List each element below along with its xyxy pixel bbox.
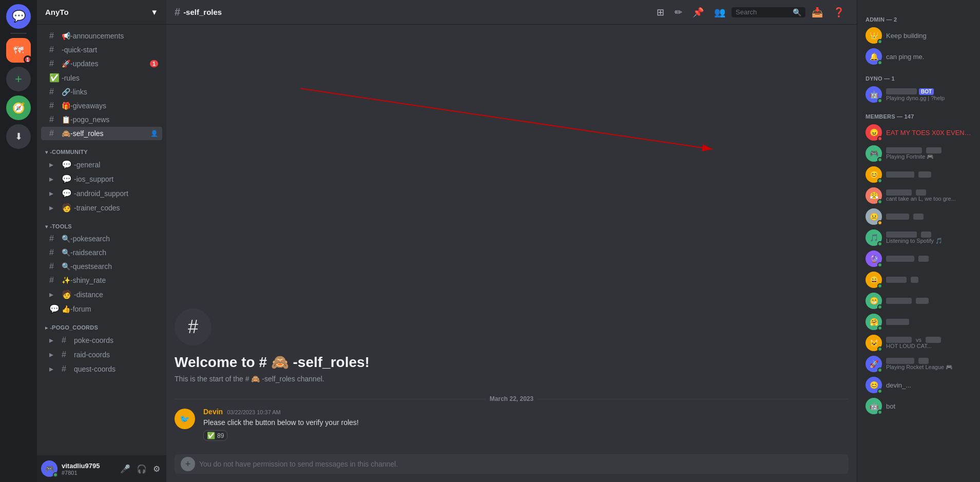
threads-button[interactable]: ⊞ [652, 5, 668, 20]
pin-button[interactable]: 📌 [688, 5, 708, 20]
member-item[interactable]: 🐱 vs HOT LOUD CAT... [861, 333, 976, 353]
channel-item-shiny-rate[interactable]: # ✨-shiny_rate [41, 274, 162, 287]
user-info: vitadliu9795 #7801 [62, 462, 114, 476]
hash-icon: # [49, 276, 59, 285]
channel-item-links[interactable]: # 🔗-links [41, 85, 162, 99]
user-controls: 🎤 🎧 ⚙ [118, 462, 162, 476]
member-item[interactable]: 😐 [861, 206, 976, 227]
user-status-dot [53, 472, 58, 477]
search-input[interactable] [736, 8, 790, 16]
member-avatar: 😊 [866, 166, 882, 183]
hash-icon: # [62, 336, 71, 345]
channel-item-distance[interactable]: ▸ 🧑 -distance [41, 287, 162, 301]
help-button[interactable]: ❓ [829, 5, 849, 20]
member-item[interactable]: 🎮 Playing Fortnite 🎮 [861, 143, 976, 164]
member-item[interactable]: 😤 cant take an L, we too gre... [861, 185, 976, 206]
member-avatar: 🐱 [866, 335, 882, 351]
member-item[interactable]: 😠 EAT MY TOES X0X EVENTS [861, 122, 976, 143]
member-item-bot[interactable]: 🤖 bot [861, 396, 976, 416]
channel-title: -self_roles [183, 8, 222, 16]
channel-item-pogo-news[interactable]: # 📋-pogo_news [41, 113, 162, 126]
member-item-admin2[interactable]: 🔔 can ping me. [861, 46, 976, 67]
member-item[interactable]: 😊 [861, 164, 976, 185]
channel-item-raid-coords[interactable]: ▸ # raid-coords [41, 348, 162, 361]
channel-item-forum[interactable]: 💬 👍-forum [41, 302, 162, 316]
channel-item-rules[interactable]: ✅ -rules [41, 71, 162, 85]
category-tools[interactable]: ▾ -TOOLS [37, 215, 166, 232]
server-icon-add[interactable]: + [6, 67, 31, 91]
members-sidebar: ADMIN — 2 👑 Keep building 🔔 can ping me.… [857, 0, 980, 482]
message-reaction[interactable]: ✅ 89 [203, 430, 227, 441]
chat-input: + [175, 454, 849, 474]
category-pogo-coords[interactable]: ▸ -POGO_COORDS [37, 316, 166, 333]
channel-item-updates[interactable]: # 🚀-updates 1 [41, 57, 162, 70]
channel-label: 👍-forum [62, 305, 91, 313]
server-notification-badge: 1 [24, 55, 32, 64]
message-input[interactable] [199, 454, 842, 474]
category-community[interactable]: ▾ -COMMUNITY [37, 141, 166, 157]
discord-home-button[interactable]: 💬 [6, 4, 31, 29]
channel-label: -distance [74, 291, 103, 299]
member-info: can ping me. [886, 53, 972, 61]
member-item[interactable]: 🤗 [861, 312, 976, 332]
search-bar[interactable]: 🔍 [732, 7, 805, 17]
member-avatar: 😐 [866, 208, 882, 225]
member-category-dyno: DYNO — 1 [857, 67, 980, 84]
member-name-blurred [886, 337, 912, 343]
mute-button[interactable]: 🎤 [118, 462, 132, 476]
channel-item-pokesearch[interactable]: # 🔍-pokesearch [41, 232, 162, 245]
channel-item-android-support[interactable]: ▸ 💬 -android_support [41, 186, 162, 200]
member-name-blurred [913, 214, 924, 220]
member-item[interactable]: 😁 [861, 291, 976, 311]
channel-item-announcements[interactable]: # 📢-announcements [41, 29, 162, 43]
member-name: bot [886, 402, 972, 410]
channel-item-poke-coords[interactable]: ▸ # poke-coords [41, 333, 162, 347]
member-name-row [886, 214, 972, 220]
updates-badge: 1 [150, 60, 158, 67]
server-name: AnyTo [45, 8, 69, 16]
channel-item-self-roles[interactable]: # 🙈-self_roles 👤 [41, 127, 162, 140]
member-info: Playing Fortnite 🎮 [886, 147, 972, 160]
channel-item-raidsearch[interactable]: # 🔍-raidsearch [41, 246, 162, 259]
server-icon-anyto[interactable]: 🗺 1 [6, 38, 31, 63]
member-status-dot [877, 346, 882, 352]
member-item[interactable]: 😄 [861, 269, 976, 290]
channel-item-quest-coords[interactable]: ▸ # quest-coords [41, 362, 162, 376]
channel-item-questsearch[interactable]: # 🔍-questsearch [41, 260, 162, 273]
edit-button[interactable]: ✏ [670, 5, 686, 20]
channel-item-giveaways[interactable]: # 🎁-giveaways [41, 99, 162, 112]
channel-item-trainer-codes[interactable]: ▸ 🧑 -trainer_codes [41, 201, 162, 215]
member-name-row: vs [886, 337, 972, 343]
server-icon-download[interactable]: ⬇ [6, 124, 31, 149]
hash-icon: 💬 [62, 160, 71, 169]
member-item[interactable]: 🔮 [861, 248, 976, 269]
member-status-dot [877, 98, 882, 103]
member-item-dyno[interactable]: 🤖 BOT Playing dyno.gg | ?help [861, 84, 976, 105]
attach-button[interactable]: + [181, 457, 195, 471]
member-info [886, 277, 972, 283]
member-info: BOT Playing dyno.gg | ?help [886, 88, 972, 101]
member-item-admin1[interactable]: 👑 Keep building [861, 25, 976, 46]
server-header[interactable]: AnyTo ▼ [37, 0, 166, 25]
member-info [886, 298, 972, 304]
hash-icon: # [62, 364, 71, 374]
server-icon-explore[interactable]: 🧭 [6, 95, 31, 120]
member-avatar: 👑 [866, 27, 882, 44]
user-discriminator: #7801 [62, 470, 114, 476]
category-label: -TOOLS [50, 223, 72, 229]
channel-item-ios-support[interactable]: ▸ 💬 -ios_support [41, 172, 162, 186]
channel-item-general[interactable]: ▸ 💬 -general [41, 158, 162, 171]
member-item[interactable]: 🎵 Listening to Spotify 🎵 [861, 227, 976, 248]
channel-label: -ios_support [74, 175, 113, 183]
settings-button[interactable]: ⚙ [151, 462, 162, 476]
deafen-button[interactable]: 🎧 [134, 462, 149, 476]
member-item-devin[interactable]: 😊 devin_... [861, 375, 976, 395]
channel-item-quickstart[interactable]: # -quick-start [41, 43, 162, 56]
inbox-button[interactable]: 📥 [808, 5, 827, 20]
member-item-rocket-league[interactable]: 🚀 Playing Rocket League 🎮 [861, 354, 976, 374]
member-avatar: 🚀 [866, 356, 882, 372]
member-name-row [886, 232, 972, 238]
member-category-members: MEMBERS — 147 [857, 105, 980, 122]
channel-label: 🔍-pokesearch [62, 235, 110, 243]
members-button[interactable]: 👥 [710, 5, 729, 20]
